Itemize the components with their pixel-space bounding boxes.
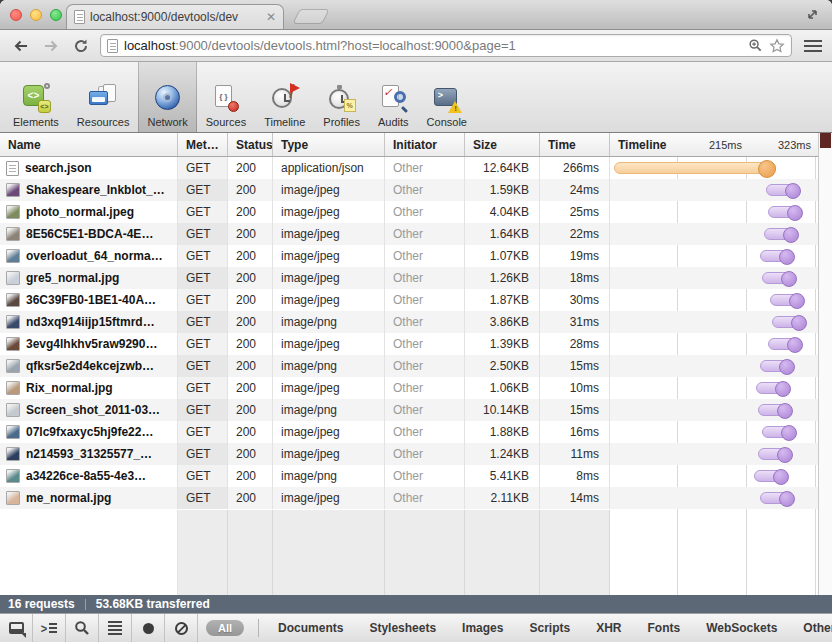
fullscreen-icon[interactable]: [805, 7, 820, 22]
scrollbar-thumb[interactable]: [820, 133, 831, 148]
request-name-cell[interactable]: me_normal.jpg: [0, 487, 178, 509]
network-request-row[interactable]: nd3xq914iijp15ftmrd…GET200image/pngOther…: [0, 311, 818, 333]
timeline-bar[interactable]: [760, 250, 794, 262]
panel-tab-elements[interactable]: <><>Elements: [4, 62, 68, 132]
column-header-initiator[interactable]: Initiator: [385, 133, 465, 156]
network-request-row[interactable]: a34226ce-8a55-4e3…GET200image/pngOther5.…: [0, 465, 818, 487]
timeline-bar[interactable]: [758, 404, 792, 416]
column-header-status[interactable]: Status: [228, 133, 273, 156]
timeline-bar[interactable]: [760, 492, 794, 504]
network-request-row[interactable]: gre5_normal.jpgGET200image/jpegOther1.26…: [0, 267, 818, 289]
timeline-bar[interactable]: [614, 162, 776, 174]
request-name-cell[interactable]: Screen_shot_2011-03…: [0, 399, 178, 421]
filter-scripts[interactable]: Scripts: [516, 621, 583, 635]
image-icon: [6, 491, 20, 505]
browser-tab[interactable]: localhost:9000/devtools/dev ✕: [66, 4, 284, 29]
network-request-row[interactable]: n214593_31325577_…GET200image/jpegOther1…: [0, 443, 818, 465]
filter-stylesheets[interactable]: Stylesheets: [356, 621, 449, 635]
panel-tab-audits[interactable]: ✓Audits: [369, 62, 418, 132]
record-button[interactable]: [132, 614, 165, 642]
network-request-row[interactable]: Shakespeare_Inkblot_…GET200image/jpegOth…: [0, 179, 818, 201]
column-header-method[interactable]: Met…: [178, 133, 228, 156]
reload-button[interactable]: [70, 35, 92, 57]
network-request-row[interactable]: 07lc9fxaxyc5hj9fe22…GET200image/jpegOthe…: [0, 421, 818, 443]
timeline-bar[interactable]: [768, 206, 802, 218]
panel-tab-console[interactable]: >!Console: [418, 62, 476, 132]
timeline-bar[interactable]: [766, 184, 800, 196]
request-name-cell[interactable]: gre5_normal.jpg: [0, 267, 178, 289]
close-window-button[interactable]: [10, 9, 22, 21]
menu-icon[interactable]: [804, 40, 822, 52]
request-name-cell[interactable]: search.json: [0, 157, 178, 179]
back-button[interactable]: [10, 35, 32, 57]
filter-websockets[interactable]: WebSockets: [693, 621, 790, 635]
new-tab-button[interactable]: [292, 9, 329, 24]
request-name-cell[interactable]: Shakespeare_Inkblot_…: [0, 179, 178, 201]
minimize-window-button[interactable]: [30, 9, 42, 21]
filter-other[interactable]: Other: [790, 621, 832, 635]
forward-button[interactable]: [40, 35, 62, 57]
clear-button[interactable]: [165, 614, 198, 642]
filter-documents[interactable]: Documents: [265, 621, 356, 635]
filter-fonts[interactable]: Fonts: [635, 621, 694, 635]
network-request-row[interactable]: photo_normal.jpegGET200image/jpegOther4.…: [0, 201, 818, 223]
request-name-cell[interactable]: nd3xq914iijp15ftmrd…: [0, 311, 178, 333]
timeline-bar[interactable]: [758, 448, 792, 460]
timeline-bar[interactable]: [762, 272, 796, 284]
filter-all[interactable]: All: [206, 620, 244, 636]
request-name-cell[interactable]: photo_normal.jpeg: [0, 201, 178, 223]
initiator-cell: Other: [385, 399, 465, 421]
network-request-row[interactable]: 36C39FB0-1BE1-40A…GET200image/jpegOther1…: [0, 289, 818, 311]
network-request-row[interactable]: 3evg4lhkhv5raw9290…GET200image/jpegOther…: [0, 333, 818, 355]
request-name-cell[interactable]: 3evg4lhkhv5raw9290…: [0, 333, 178, 355]
timeline-bar[interactable]: [772, 316, 806, 328]
request-name-cell[interactable]: a34226ce-8a55-4e3…: [0, 465, 178, 487]
column-header-name[interactable]: Name: [0, 133, 178, 156]
filter-xhr[interactable]: XHR: [583, 621, 634, 635]
network-request-row[interactable]: me_normal.jpgGET200image/jpegOther2.11KB…: [0, 487, 818, 509]
filter-images[interactable]: Images: [449, 621, 516, 635]
timeline-bar[interactable]: [754, 470, 788, 482]
zoom-window-button[interactable]: [50, 9, 62, 21]
panel-tab-sources[interactable]: { }Sources: [197, 62, 255, 132]
column-header-type[interactable]: Type: [273, 133, 385, 156]
network-request-row[interactable]: Rix_normal.jpgGET200image/jpegOther1.06K…: [0, 377, 818, 399]
request-name-cell[interactable]: overloadut_64_norma…: [0, 245, 178, 267]
tab-close-icon[interactable]: ✕: [266, 11, 276, 23]
timeline-bar[interactable]: [756, 382, 790, 394]
request-name-cell[interactable]: 07lc9fxaxyc5hj9fe22…: [0, 421, 178, 443]
request-name-cell[interactable]: 8E56C5E1-BDCA-4E…: [0, 223, 178, 245]
timeline-bar[interactable]: [770, 294, 804, 306]
vertical-scrollbar[interactable]: [818, 133, 832, 595]
timeline-bar[interactable]: [760, 360, 794, 372]
request-name-cell[interactable]: Rix_normal.jpg: [0, 377, 178, 399]
column-header-time[interactable]: Time: [540, 133, 610, 156]
request-name-cell[interactable]: qfksr5e2d4ekcejzwb…: [0, 355, 178, 377]
request-name-cell[interactable]: 36C39FB0-1BE1-40A…: [0, 289, 178, 311]
url-path: :9000/devtools/devtools.html?host=localh…: [175, 38, 515, 53]
dock-side-button[interactable]: [0, 614, 33, 642]
timeline-bar[interactable]: [762, 426, 796, 438]
network-request-row[interactable]: search.jsonGET200application/jsonOther12…: [0, 157, 818, 179]
panel-tab-timeline[interactable]: Timeline: [255, 62, 314, 132]
panel-tab-resources[interactable]: Resources: [68, 62, 139, 132]
panel-tab-profiles[interactable]: %Profiles: [314, 62, 369, 132]
network-request-row[interactable]: overloadut_64_norma…GET200image/jpegOthe…: [0, 245, 818, 267]
network-request-row[interactable]: qfksr5e2d4ekcejzwb…GET200image/pngOther2…: [0, 355, 818, 377]
request-name-cell[interactable]: n214593_31325577_…: [0, 443, 178, 465]
search-button[interactable]: [66, 614, 99, 642]
show-console-button[interactable]: >: [33, 614, 66, 642]
timeline-bar[interactable]: [764, 228, 798, 240]
network-request-row[interactable]: Screen_shot_2011-03…GET200image/pngOther…: [0, 399, 818, 421]
network-request-row[interactable]: 8E56C5E1-BDCA-4E…GET200image/jpegOther1.…: [0, 223, 818, 245]
column-header-size[interactable]: Size: [465, 133, 540, 156]
large-rows-button[interactable]: [99, 614, 132, 642]
image-icon: [6, 425, 20, 439]
url-bar[interactable]: localhost:9000/devtools/devtools.html?ho…: [100, 34, 792, 57]
timeline-bar[interactable]: [768, 338, 802, 350]
size-cell: 2.50KB: [465, 355, 540, 377]
url-text[interactable]: localhost:9000/devtools/devtools.html?ho…: [124, 38, 742, 53]
panel-tab-network[interactable]: Network: [138, 62, 196, 132]
bookmark-star-icon[interactable]: [769, 38, 785, 54]
zoom-page-icon[interactable]: [748, 38, 763, 53]
